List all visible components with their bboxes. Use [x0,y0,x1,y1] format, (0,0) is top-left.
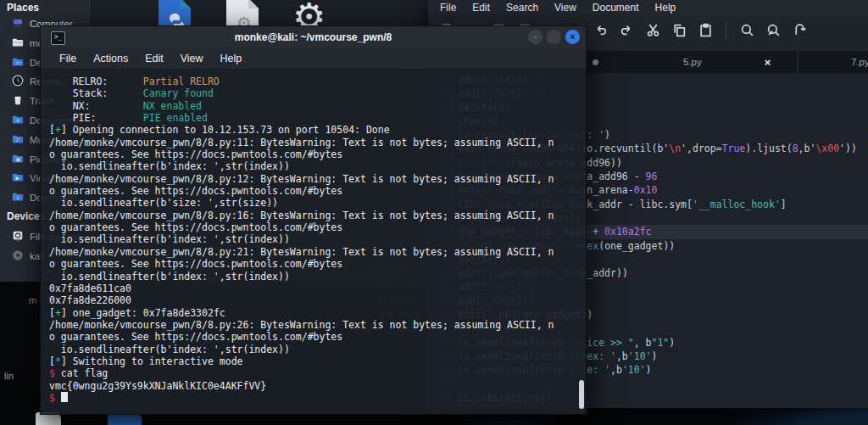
tab-label: 5.py [683,57,702,67]
terminal-line: o guarantees. See https://docs.pwntools.… [49,185,581,197]
maximize-button[interactable] [547,30,561,44]
editor-menu-file[interactable]: File [440,2,456,14]
terminal-line: NX: NX enabled [49,100,581,112]
terminal-line: o guarantees. See https://docs.pwntools.… [49,331,581,343]
svg-text:▣: ▣ [15,156,20,162]
tab-7py[interactable]: 7.py [798,51,868,73]
terminal-menu-help[interactable]: Help [220,53,242,64]
cut-icon[interactable] [644,21,661,38]
terminal-title: monke@kali: ~/vmcourse_pwn/8 [41,31,586,43]
terminal-window: >_ monke@kali: ~/vmcourse_pwn/8 ▫ × File… [40,25,587,415]
svg-text:↓: ↓ [15,194,19,200]
terminal-line: [+] one_gadget: 0x7fa8de3302fc [49,307,581,319]
terminal-line: io.sendlineafter(b'size: ',str(size)) [49,197,581,209]
terminal-line: io.sendlineafter(b'index: ',str(index)) [49,160,581,172]
tab-modified-dot [593,59,598,65]
terminal-menu-view[interactable]: View [181,53,203,64]
terminal-line: o guarantees. See https://docs.pwntools.… [49,148,581,160]
desktop-folder-icon[interactable] [108,415,142,425]
places-header: Places [7,2,39,14]
terminal-line: /home/monke/vmcourse_pwn/8/8.py:12: Byte… [49,173,581,185]
desktop-icon-label: lin [4,371,14,381]
terminal-line: io.sendlineafter(b'index: ',str(index)) [49,271,581,282]
close-button[interactable]: × [565,30,580,44]
desktop-icon-label: m [29,295,36,305]
terminal-titlebar[interactable]: >_ monke@kali: ~/vmcourse_pwn/8 ▫ × [41,26,586,48]
pictures-folder-icon: ▣ [12,153,24,166]
terminal-line: io.sendlineafter(b'index: ',str(index)) [49,233,581,245]
drive-icon [12,230,24,243]
jump-to-icon[interactable] [791,21,808,38]
terminal-line: RELRO: Partial RELRO [49,75,581,87]
svg-text:▭: ▭ [15,59,20,65]
terminal-line: /home/monke/vmcourse_pwn/8/8.py:26: Byte… [49,319,581,331]
terminal-line: Stack: Canary found [49,87,581,99]
terminal-line: io.sendlineafter(b'index: ',str(index)) [49,344,581,355]
toolbar-separator [726,21,726,38]
downloads-folder-icon: ↓ [12,191,24,204]
editor-menu-edit[interactable]: Edit [472,2,490,14]
svg-text:≡: ≡ [15,117,19,123]
terminal-line: o guarantees. See https://docs.pwntools.… [49,221,581,233]
terminal-line: PIE: PIE enabled [49,112,581,124]
editor-menu-search[interactable]: Search [506,2,538,14]
svg-text:♪: ♪ [15,137,19,143]
music-folder-icon: ♪ [12,133,24,147]
terminal-menu-actions[interactable]: Actions [93,53,128,64]
search-icon[interactable] [738,21,755,38]
disc-icon [12,249,24,263]
home-folder-icon [12,36,24,50]
terminal-line: vmc{0wngu2g39Ys9kXNJaNklKIC0e4AKFfVV} [49,380,581,392]
trash-icon [12,94,24,108]
paste-icon[interactable] [697,21,714,38]
videos-folder-icon: ▶ [12,171,24,185]
terminal-menubar: FileActionsEditViewHelp [41,48,586,69]
terminal-scrollbar-thumb[interactable] [579,380,584,409]
terminal-line: o guarantees. See https://docs.pwntools.… [49,258,581,270]
terminal-menu-edit[interactable]: Edit [145,53,164,64]
terminal-line: /home/monke/vmcourse_pwn/8/8.py:16: Byte… [49,210,581,221]
editor-menu-help[interactable]: Help [655,2,676,14]
terminal-line: $ cat flag [49,367,581,379]
terminal-line: 0x7fa8de611ca0 [49,282,581,294]
search-replace-icon[interactable] [765,21,782,38]
tab-5py[interactable]: 5.py × [585,51,798,73]
terminal-line: /home/monke/vmcourse_pwn/8/8.py:11: Byte… [49,137,581,148]
terminal-line: $ [49,392,581,404]
editor-menu-document[interactable]: Document [593,2,639,14]
monitor-icon [12,17,24,31]
desktop-folder-icon: ▭ [12,56,24,70]
copy-icon[interactable] [670,21,687,38]
svg-text:▶: ▶ [15,175,19,181]
terminal-line: [+] Opening connection to 10.12.153.73 o… [49,124,581,136]
tab-close-icon[interactable]: × [765,56,771,69]
terminal-output[interactable]: RELRO: Partial RELRO Stack: Canary found… [49,75,581,411]
terminal-line: 0x7fa8de226000 [49,294,581,306]
clock-icon [12,75,24,88]
terminal-line: /home/monke/vmcourse_pwn/8/8.py:21: Byte… [49,246,581,258]
editor-menubar: FileEditSearchViewDocumentHelp [428,0,868,14]
terminal-line: [*] Switching to interactive mode [49,355,581,367]
undo-icon[interactable] [592,21,609,38]
redo-icon[interactable] [618,21,635,38]
terminal-menu-file[interactable]: File [59,53,76,64]
minimize-button[interactable]: ▫ [528,30,542,44]
editor-menu-view[interactable]: View [554,2,576,14]
tab-label: 7.py [851,57,868,67]
documents-folder-icon: ≡ [12,114,24,127]
screen: mlin Places Computermonke▭DesktopRecentT… [0,0,868,425]
